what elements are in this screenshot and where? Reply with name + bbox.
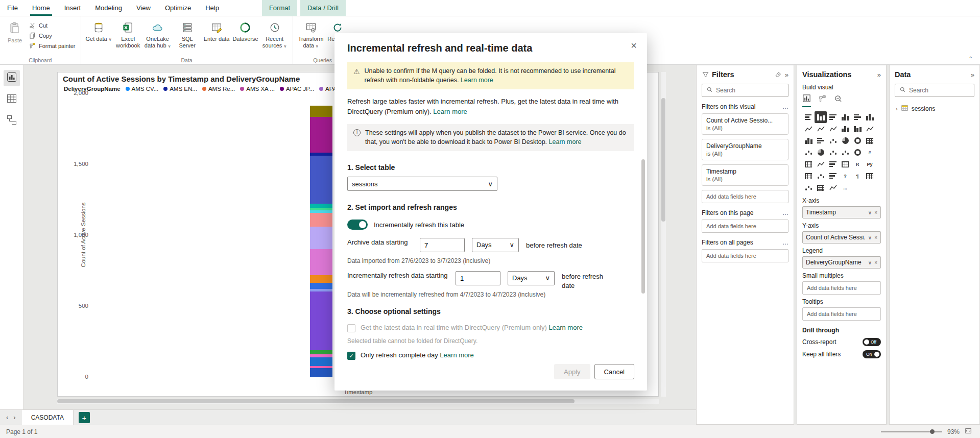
field-pill-y-axis[interactable]: Count of Active Sessi... ∨ × — [802, 231, 881, 244]
stacked-column[interactable] — [310, 106, 332, 377]
power-apps-icon[interactable] — [815, 182, 827, 193]
expand-chevron-icon[interactable]: › — [896, 106, 898, 112]
bar-segment[interactable] — [310, 117, 332, 153]
paginated-report-icon[interactable] — [864, 170, 876, 182]
eraser-icon[interactable] — [775, 71, 782, 79]
add-data-fields-dropzone[interactable]: Add data fields here — [802, 307, 881, 321]
enter-data-button[interactable]: Enter data — [202, 18, 231, 48]
line-and-stacked-column-chart-icon[interactable] — [839, 123, 851, 135]
collapse-visualizations-pane-icon[interactable]: » — [877, 71, 881, 79]
collapse-ribbon-icon[interactable]: ⌃ — [969, 56, 973, 61]
table-view-button[interactable] — [4, 91, 20, 108]
legend-item[interactable]: AMS Re... — [202, 86, 235, 92]
section-options-icon[interactable]: … — [782, 239, 788, 246]
menu-tab-view[interactable]: View — [129, 0, 158, 16]
collapse-filters-pane-icon[interactable]: » — [785, 71, 788, 79]
apply-button[interactable]: Apply — [554, 364, 590, 379]
azure-map-icon[interactable] — [839, 147, 851, 158]
pie-chart-icon[interactable] — [839, 135, 851, 147]
close-icon[interactable]: × — [631, 40, 637, 51]
filter-card[interactable]: DeliveryGroupName is (All) — [702, 139, 788, 160]
matrix-icon[interactable] — [802, 170, 815, 182]
table-icon[interactable] — [839, 158, 851, 170]
stacked-area-chart-icon[interactable] — [827, 123, 839, 135]
multi-row-card-icon[interactable] — [802, 158, 815, 170]
section-options-icon[interactable]: … — [782, 209, 788, 216]
directquery-learn-more-link[interactable]: Learn more — [548, 324, 582, 331]
warning-learn-more-link[interactable]: Learn more — [461, 77, 493, 84]
data-search-input[interactable] — [909, 87, 980, 94]
bar-segment[interactable] — [310, 275, 332, 283]
line-and-clustered-column-chart-icon[interactable] — [851, 123, 864, 135]
bar-segment[interactable] — [310, 106, 332, 117]
bar-segment[interactable] — [310, 249, 332, 275]
canvas-vertical-scrollbar[interactable] — [661, 72, 666, 397]
build-visual-tab-icon[interactable] — [802, 94, 811, 107]
zoom-slider[interactable] — [881, 431, 942, 432]
analytics-tab-icon[interactable] — [834, 94, 843, 107]
recent-sources-button[interactable]: Recent sources ∨ — [260, 18, 290, 48]
stacked-bar-chart-icon[interactable] — [802, 111, 815, 123]
add-data-fields-dropzone[interactable]: Add data fields here — [702, 190, 788, 203]
area-chart-icon[interactable] — [815, 123, 827, 135]
r-script-visual-icon[interactable]: R — [851, 158, 864, 170]
bar-segment[interactable] — [310, 156, 332, 204]
filters-search[interactable] — [702, 84, 788, 97]
get-more-visuals-icon[interactable]: ... — [839, 182, 851, 193]
field-pill-legend[interactable]: DeliveryGroupName ∨ × — [802, 256, 881, 269]
qa-visual-icon[interactable]: ? — [839, 170, 851, 182]
data-field-sessions[interactable]: › sessions — [895, 102, 974, 115]
data-search[interactable] — [895, 84, 974, 97]
next-page-icon[interactable]: › — [13, 413, 15, 421]
remove-field-icon[interactable]: × — [874, 210, 877, 215]
menu-tab-data-drill[interactable]: Data / Drill — [300, 0, 346, 16]
dialog-scrollbar[interactable] — [641, 159, 645, 294]
archive-unit-select[interactable]: Days∨ — [472, 238, 519, 252]
ribbon-chart-icon[interactable] — [864, 123, 876, 135]
bar-segment[interactable] — [310, 368, 332, 377]
remove-field-icon[interactable]: × — [874, 235, 877, 240]
bar-segment[interactable] — [310, 227, 332, 249]
report-view-button[interactable] — [4, 70, 20, 86]
incremental-value-input[interactable] — [456, 271, 500, 285]
100-stacked-column-chart-icon[interactable] — [864, 111, 876, 123]
excel-workbook-button[interactable]: Excel workbook — [113, 18, 143, 48]
filters-search-input[interactable] — [716, 87, 794, 94]
menu-tab-file[interactable]: File — [0, 0, 25, 16]
fit-to-page-icon[interactable] — [965, 427, 972, 436]
legend-item[interactable]: AMS EN... — [163, 86, 197, 92]
cross-report-toggle[interactable]: Off — [863, 338, 881, 346]
menu-tab-modeling[interactable]: Modeling — [88, 0, 129, 16]
stacked-column-chart-icon[interactable] — [815, 111, 827, 123]
menu-tab-insert[interactable]: Insert — [57, 0, 88, 16]
slicer-icon[interactable] — [827, 158, 839, 170]
cut-button[interactable]: Cut — [29, 21, 76, 29]
format-painter-button[interactable]: Format painter — [29, 42, 76, 50]
clustered-bar-chart-icon[interactable] — [827, 111, 839, 123]
bar-segment[interactable] — [310, 357, 332, 366]
complete-day-learn-more-link[interactable]: Learn more — [440, 351, 473, 359]
incremental-unit-select[interactable]: Days∨ — [508, 271, 555, 285]
smart-narrative-icon[interactable]: ¶ — [851, 170, 864, 182]
directquery-checkbox[interactable] — [347, 324, 355, 332]
add-data-fields-dropzone[interactable]: Add data fields here — [802, 281, 881, 295]
bar-segment[interactable] — [310, 350, 332, 354]
add-data-fields-dropzone[interactable]: Add data fields here — [702, 220, 788, 233]
filter-card[interactable]: Timestamp is (All) — [702, 164, 788, 186]
legend-item[interactable]: AMS XA ... — [240, 86, 275, 92]
kpi-icon[interactable] — [815, 158, 827, 170]
incremental-refresh-toggle[interactable] — [347, 220, 368, 230]
collapse-data-pane-icon[interactable]: » — [971, 71, 974, 79]
donut-chart-icon[interactable] — [851, 135, 864, 147]
page-tab-casodata[interactable]: CASODATA — [22, 410, 74, 425]
menu-tab-optimize[interactable]: Optimize — [158, 0, 198, 16]
legend-item[interactable]: AMS CV... — [126, 86, 159, 92]
waterfall-chart-icon[interactable] — [802, 135, 815, 147]
remove-field-icon[interactable]: × — [874, 260, 877, 265]
clustered-column-chart-icon[interactable] — [839, 111, 851, 123]
gauge-icon[interactable] — [851, 147, 864, 158]
decomposition-tree-icon[interactable] — [827, 170, 839, 182]
add-data-fields-dropzone[interactable]: Add data fields here — [702, 249, 788, 262]
bar-segment[interactable] — [310, 204, 332, 208]
prev-page-icon[interactable]: ‹ — [6, 413, 8, 421]
